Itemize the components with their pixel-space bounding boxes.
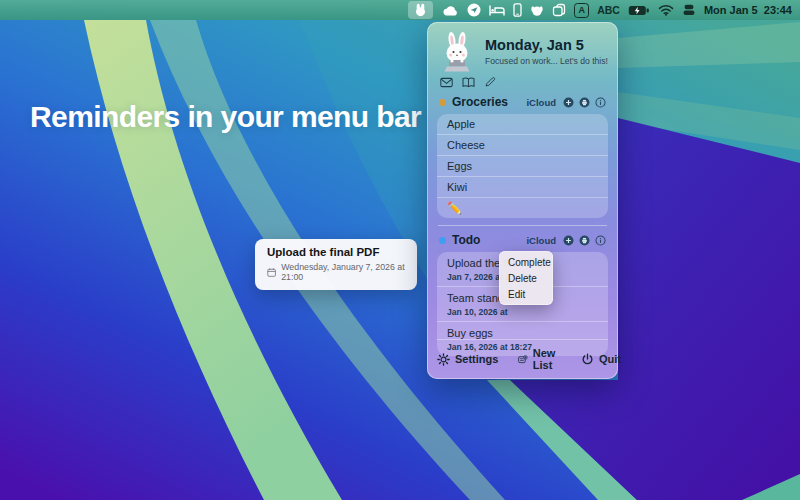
menubar-phone-button[interactable] — [513, 2, 522, 18]
wallpaper-headline: Reminders in your menu bar — [30, 100, 421, 134]
printer-circle-icon[interactable] — [579, 235, 590, 246]
menubar-bunny-app-button[interactable] — [408, 1, 433, 19]
mail-icon[interactable] — [440, 77, 453, 88]
groceries-section-header: Groceries iCloud — [439, 95, 606, 109]
menubar-dog-button[interactable] — [530, 2, 544, 18]
grocery-item[interactable]: Eggs — [437, 155, 608, 176]
clock-label: Mon Jan 5 23:44 — [704, 4, 792, 16]
groceries-card: Apple Cheese Eggs Kiwi ✏️ — [437, 114, 608, 218]
wifi-icon — [658, 4, 674, 16]
menubar-input-a-button[interactable]: A — [574, 2, 589, 18]
new-list-label: New List — [533, 347, 561, 371]
context-menu: Complete Delete Edit — [499, 251, 553, 305]
add-circle-icon[interactable] — [563, 97, 574, 108]
reminder-popup-datetime: Wednesday, January 7, 2026 at 21:00 — [281, 262, 405, 282]
quit-label: Quit — [599, 353, 621, 365]
context-menu-edit[interactable]: Edit — [499, 286, 553, 302]
printer-circle-icon[interactable] — [579, 97, 590, 108]
grocery-item[interactable]: Cheese — [437, 134, 608, 155]
menubar-bed-button[interactable] — [489, 2, 505, 18]
context-menu-complete[interactable]: Complete — [499, 254, 553, 270]
add-circle-icon[interactable] — [563, 235, 574, 246]
popover-subtitle: Focused on work... Let's do this! — [485, 56, 608, 66]
todo-section-header: Todo iCloud — [439, 233, 606, 247]
bunny-app-icon — [413, 3, 428, 17]
settings-label: Settings — [455, 353, 498, 365]
quit-button[interactable]: Quit — [581, 353, 621, 366]
grocery-item[interactable]: Kiwi — [437, 176, 608, 197]
popover-header: Monday, Jan 5 Focused on work... Let's d… — [437, 30, 608, 74]
popover-date-title: Monday, Jan 5 — [485, 37, 608, 53]
menubar-paper-plane-button[interactable] — [467, 2, 481, 18]
battery-charging-icon — [628, 5, 650, 16]
reminder-popup-card: Upload the final PDF Wednesday, January … — [255, 239, 417, 290]
new-list-button[interactable]: New List — [518, 347, 561, 371]
new-list-icon — [518, 353, 527, 366]
book-icon[interactable] — [462, 77, 475, 88]
input-a-icon: A — [574, 3, 589, 18]
dog-icon — [530, 4, 544, 17]
info-circle-icon[interactable] — [595, 235, 606, 246]
phone-icon — [513, 3, 522, 17]
pen-icon[interactable] — [484, 76, 496, 88]
section-divider — [438, 225, 607, 226]
calendar-icon — [267, 267, 276, 278]
grocery-item[interactable]: Apple — [437, 114, 608, 134]
menubar-clock[interactable]: Mon Jan 5 23:44 — [704, 2, 792, 18]
grocery-item-pencil-emoji[interactable]: ✏️ — [437, 197, 608, 218]
menubar-input-source-button[interactable]: ABC — [597, 2, 620, 18]
menu-bar: A ABC Mon Jan 5 23:44 — [0, 0, 800, 20]
bed-icon — [489, 5, 505, 16]
gear-icon — [437, 353, 450, 366]
popover-footer: Settings New List Quit — [437, 339, 608, 371]
bunny-avatar — [437, 30, 477, 74]
todo-sync-label: iCloud — [526, 235, 556, 246]
cloud-icon — [443, 5, 459, 16]
menubar-copy-button[interactable] — [552, 2, 566, 18]
stack-icon — [682, 4, 696, 16]
menubar-stack-button[interactable] — [682, 2, 696, 18]
menubar-wifi-button[interactable] — [658, 2, 674, 18]
copy-icon — [552, 3, 566, 17]
settings-button[interactable]: Settings — [437, 353, 498, 366]
menubar-cloud-button[interactable] — [443, 2, 459, 18]
todo-color-dot — [439, 237, 446, 244]
quick-actions — [440, 76, 608, 88]
todo-list-name: Todo — [452, 233, 520, 247]
power-icon — [581, 353, 594, 366]
info-circle-icon[interactable] — [595, 97, 606, 108]
paper-plane-icon — [467, 3, 481, 17]
groceries-sync-label: iCloud — [526, 97, 556, 108]
abc-input-label: ABC — [597, 4, 620, 16]
reminder-popup-title: Upload the final PDF — [267, 246, 405, 258]
context-menu-delete[interactable]: Delete — [499, 270, 553, 286]
groceries-list-name: Groceries — [452, 95, 520, 109]
menubar-battery-button[interactable] — [628, 2, 650, 18]
reminders-popover: Monday, Jan 5 Focused on work... Let's d… — [427, 22, 618, 379]
groceries-color-dot — [439, 99, 446, 106]
